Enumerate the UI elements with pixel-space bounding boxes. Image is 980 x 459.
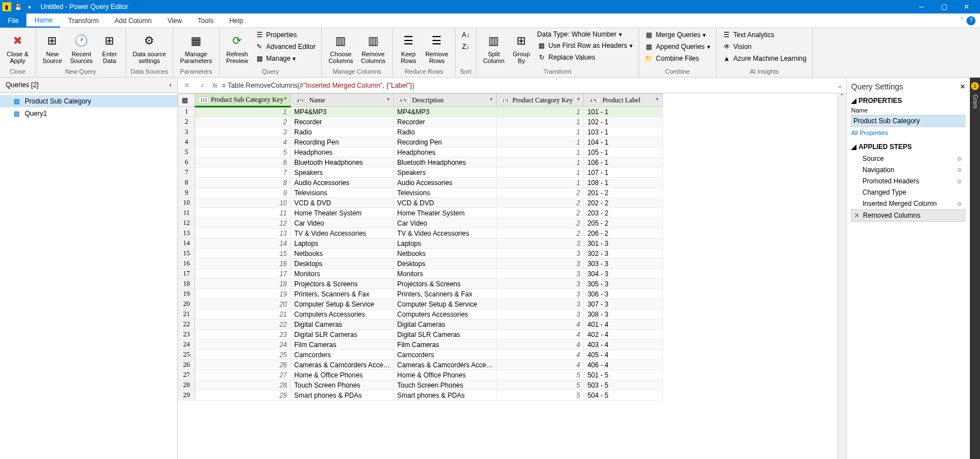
applied-step[interactable]: Promoted Headers⚙	[851, 176, 965, 187]
table-row[interactable]: 1414LaptopsLaptops3301 - 3	[178, 238, 663, 249]
maximize-button[interactable]: ▢	[933, 0, 955, 14]
cell[interactable]: 2	[497, 188, 584, 198]
cell[interactable]: 20	[195, 299, 291, 309]
cell[interactable]: 4	[195, 137, 291, 147]
cell[interactable]: Digital SLR Cameras	[291, 330, 394, 340]
table-row[interactable]: 2222Digital CamerasDigital Cameras4401 -…	[178, 320, 663, 330]
applied-step[interactable]: Changed Type	[851, 187, 965, 198]
cell[interactable]: Film Cameras	[291, 340, 394, 350]
cell[interactable]: Monitors	[394, 269, 497, 279]
table-row[interactable]: 2424Film CamerasFilm Cameras4403 - 4	[178, 340, 663, 350]
cell[interactable]: Car Video	[291, 218, 394, 228]
cell[interactable]: Digital Cameras	[291, 320, 394, 330]
cell[interactable]: VCD & DVD	[394, 198, 497, 208]
cell[interactable]: 2	[497, 228, 584, 238]
cell[interactable]: Audio Accessories	[291, 178, 394, 188]
new-source-button[interactable]: ⊞New Source	[39, 29, 66, 66]
refresh-preview-button[interactable]: ⟳Refresh Preview	[223, 29, 251, 66]
applied-step[interactable]: Inserted Merged Column⚙	[851, 198, 965, 209]
cell[interactable]: Cameras & Camcorders Acce…	[394, 360, 497, 370]
cell[interactable]: 1	[195, 107, 291, 117]
cell[interactable]: TV & Video Accessories	[394, 228, 497, 238]
gear-icon[interactable]: ⚙	[957, 167, 962, 173]
table-row[interactable]: 55HeadphonesHeadphones1105 - 1	[178, 147, 663, 158]
table-row[interactable]: 1313TV & Video AccessoriesTV & Video Acc…	[178, 228, 663, 238]
cell[interactable]: 22	[195, 320, 291, 330]
data-type-button[interactable]: Data Type: Whole Number ▾	[535, 29, 635, 39]
query-item[interactable]: ▦Product Sub Category	[0, 95, 177, 107]
cell[interactable]: Home & Office Phones	[291, 370, 394, 380]
table-row[interactable]: 22RecorderRecorder1102 - 1	[178, 117, 663, 127]
cell[interactable]: 5	[497, 380, 584, 390]
tab-tools[interactable]: Tools	[190, 14, 221, 28]
cell[interactable]: 106 - 1	[584, 158, 663, 168]
all-properties-link[interactable]: All Properties	[851, 129, 965, 136]
cell[interactable]: 4	[497, 360, 584, 370]
queries-collapse-icon[interactable]: ‹	[169, 81, 172, 89]
cell[interactable]: Speakers	[394, 168, 497, 178]
cell[interactable]: Digital Cameras	[394, 320, 497, 330]
cell[interactable]: Netbooks	[291, 249, 394, 259]
row-number[interactable]: 2	[178, 117, 195, 127]
cell[interactable]: 29	[195, 390, 291, 400]
cell[interactable]: Printers, Scanners & Fax	[291, 289, 394, 299]
column-type-icon[interactable]: 1²3	[199, 97, 209, 104]
cell[interactable]: 1	[497, 158, 584, 168]
row-number[interactable]: 4	[178, 137, 195, 147]
row-number[interactable]: 5	[178, 147, 195, 158]
cell[interactable]: Speakers	[291, 168, 394, 178]
cell[interactable]: 102 - 1	[584, 117, 663, 127]
table-row[interactable]: 2828Touch Screen PhonesTouch Screen Phon…	[178, 380, 663, 390]
row-number[interactable]: 18	[178, 279, 195, 289]
cell[interactable]: 308 - 3	[584, 309, 663, 320]
row-number-header[interactable]: ▦	[178, 94, 195, 107]
cell[interactable]: 206 - 2	[584, 228, 663, 238]
row-number[interactable]: 29	[178, 390, 195, 400]
tab-transform[interactable]: Transform	[60, 14, 106, 28]
cell[interactable]: 16	[195, 259, 291, 269]
column-filter-icon[interactable]: ▾	[490, 96, 493, 102]
azure-ml-button[interactable]: ▲Azure Machine Learning	[720, 53, 809, 64]
cell[interactable]: Netbooks	[394, 249, 497, 259]
cell[interactable]: 304 - 3	[584, 269, 663, 279]
table-row[interactable]: 88Audio AccessoriesAudio Accessories1108…	[178, 178, 663, 188]
gear-icon[interactable]: ⚙	[957, 201, 962, 207]
cell[interactable]: 5	[195, 147, 291, 158]
column-header[interactable]: AᴮCProduct Label▾	[584, 94, 663, 107]
row-number[interactable]: 1	[178, 107, 195, 117]
cell[interactable]: Home & Office Phones	[394, 370, 497, 380]
cell[interactable]: Smart phones & PDAs	[291, 390, 394, 400]
cell[interactable]: 12	[195, 218, 291, 228]
cell[interactable]: 2	[497, 208, 584, 218]
cell[interactable]: Smart phones & PDAs	[394, 390, 497, 400]
row-number[interactable]: 22	[178, 320, 195, 330]
column-header[interactable]: AᴮCDescription▾	[394, 94, 497, 107]
vertical-scrollbar[interactable]: ˆ	[837, 93, 846, 459]
cell[interactable]: 3	[497, 269, 584, 279]
cell[interactable]: Headphones	[394, 147, 497, 158]
cell[interactable]: Cameras & Camcorders Acce…	[291, 360, 394, 370]
table-row[interactable]: 66Bluetooth HeadphonesBluetooth Headphon…	[178, 158, 663, 168]
row-number[interactable]: 26	[178, 360, 195, 370]
combine-files-button[interactable]: 📁Combine Files	[642, 53, 713, 64]
table-row[interactable]: 2020Computer Setup & ServiceComputer Set…	[178, 299, 663, 309]
minimize-button[interactable]: ─	[910, 0, 933, 14]
cell[interactable]: 2	[497, 198, 584, 208]
cell[interactable]: 402 - 4	[584, 330, 663, 340]
formula-cancel-icon[interactable]: ✕	[181, 80, 192, 91]
cell[interactable]: Desktops	[394, 259, 497, 269]
cell[interactable]: 1	[497, 137, 584, 147]
cell[interactable]: Bluetooth Headphones	[394, 158, 497, 168]
row-number[interactable]: 24	[178, 340, 195, 350]
cell[interactable]: Radio	[291, 127, 394, 137]
table-row[interactable]: 99TelevisionsTelevisions2201 - 2	[178, 188, 663, 198]
table-row[interactable]: 1111Home Theater SystemHome Theater Syst…	[178, 208, 663, 218]
cell[interactable]: Film Cameras	[394, 340, 497, 350]
cell[interactable]: Recorder	[394, 117, 497, 127]
cell[interactable]: Digital SLR Cameras	[394, 330, 497, 340]
table-row[interactable]: 44Recording PenRecording Pen1104 - 1	[178, 137, 663, 147]
query-name-input[interactable]	[851, 115, 965, 127]
cell[interactable]: Televisions	[394, 188, 497, 198]
data-grid[interactable]: ▦1²3Product Sub Category Key▾AᴮCName▾AᴮC…	[178, 93, 663, 400]
cell[interactable]: 1	[497, 107, 584, 117]
